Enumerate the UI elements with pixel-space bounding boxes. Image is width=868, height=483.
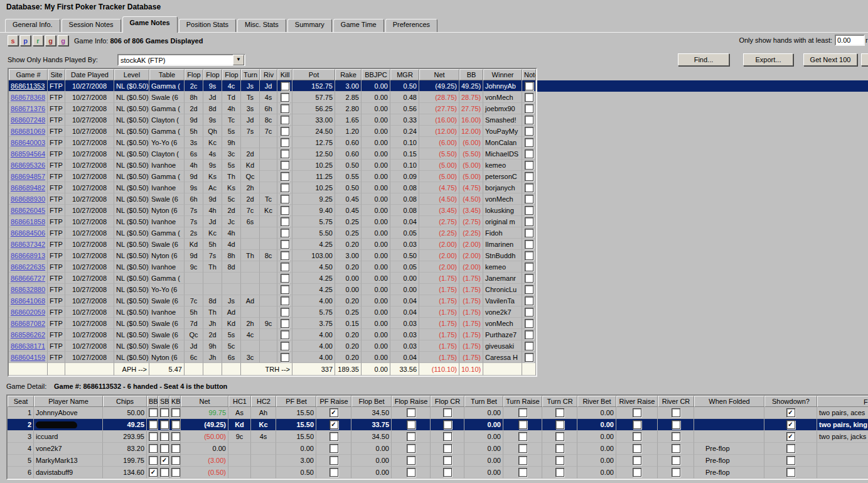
game-row[interactable]: 868607248FTP10/27/2008NL ($0.50)Clayton …: [9, 114, 536, 126]
col-header-sb[interactable]: SB: [158, 396, 169, 407]
kill-checkbox[interactable]: [281, 149, 289, 158]
kill-checkbox[interactable]: [281, 229, 289, 237]
pf_raise-checkbox[interactable]: ✓: [330, 408, 338, 417]
note-checkbox[interactable]: [525, 161, 533, 170]
note-checkbox[interactable]: [525, 116, 533, 124]
pf_raise-checkbox[interactable]: [330, 456, 338, 465]
flop_raise-checkbox[interactable]: [407, 408, 415, 417]
col-header-col[interactable]: [817, 396, 868, 407]
showdown-checkbox[interactable]: ✓: [786, 420, 795, 429]
tab-general-info[interactable]: General Info.: [5, 19, 60, 32]
flop_cr-checkbox[interactable]: [443, 468, 452, 477]
col-header-site[interactable]: Site: [48, 69, 65, 80]
game-row[interactable]: 868687082FTP10/27/2008NL ($0.50)Swale (6…: [9, 318, 536, 329]
game-row[interactable]: 868594564FTP10/27/2008NL ($0.50)Clayton …: [9, 148, 536, 160]
game-row[interactable]: 868668913FTP10/27/2008NL ($0.50)Nyton (6…: [9, 250, 536, 261]
kb-checkbox[interactable]: [171, 432, 180, 441]
game-row[interactable]: 868695326FTP10/27/2008NL ($0.50)Ivanhoe4…: [9, 160, 536, 171]
game-row[interactable]: 868604159FTP10/27/2008NL ($0.50)Nyton (6…: [9, 352, 536, 363]
col-header-chips[interactable]: Chips: [103, 396, 147, 407]
game-row[interactable]: 868622635FTP10/27/2008NL ($0.50)Ivanhoe9…: [9, 261, 536, 273]
note-checkbox[interactable]: [525, 308, 533, 317]
turn_raise-checkbox[interactable]: [518, 432, 527, 441]
note-checkbox[interactable]: [525, 251, 533, 260]
bb-checkbox[interactable]: ✓: [149, 468, 158, 477]
col-header-player-name[interactable]: Player Name: [34, 396, 103, 407]
game-row[interactable]: 868688930FTP10/27/2008NL ($0.50)Swale (6…: [9, 193, 536, 205]
flop_cr-checkbox[interactable]: [443, 408, 452, 417]
col-header-bb[interactable]: BB: [147, 396, 158, 407]
mini-button-g2[interactable]: g: [58, 35, 68, 46]
kill-checkbox[interactable]: [281, 104, 289, 113]
played-by-dropdown[interactable]: stockAK (FTP) ▼: [117, 54, 245, 66]
col-header-pf-raise[interactable]: PF Raise: [316, 396, 351, 407]
chevron-down-icon[interactable]: ▼: [233, 55, 244, 65]
note-checkbox[interactable]: [525, 104, 533, 113]
kill-checkbox[interactable]: [281, 353, 289, 362]
river_raise-checkbox[interactable]: [633, 408, 641, 417]
game-number-link[interactable]: 868602059: [11, 308, 45, 316]
col-header-kb[interactable]: KB: [169, 396, 181, 407]
game-number-link[interactable]: 868671376: [11, 105, 45, 112]
note-checkbox[interactable]: [525, 330, 533, 339]
kill-checkbox[interactable]: [281, 93, 289, 102]
river_cr-checkbox[interactable]: [672, 432, 680, 441]
partial-button[interactable]: [861, 53, 868, 66]
game-number-link[interactable]: 868661858: [11, 218, 45, 225]
game-row[interactable]: 868671376FTP10/27/2008NL ($0.50)Gamma (2…: [9, 103, 536, 114]
kill-checkbox[interactable]: [281, 217, 289, 226]
note-checkbox[interactable]: [525, 240, 533, 249]
kill-checkbox[interactable]: [281, 330, 289, 339]
col-header-mgr[interactable]: MGR: [390, 69, 419, 80]
river_raise-checkbox[interactable]: [633, 432, 641, 441]
col-header-river-cr[interactable]: River CR: [658, 396, 694, 407]
kill-checkbox[interactable]: [281, 240, 289, 249]
game-number-link[interactable]: 868594564: [11, 150, 45, 158]
col-header-when-folded[interactable]: When Folded: [694, 396, 764, 407]
col-header-flop-cr[interactable]: Flop CR: [431, 396, 464, 407]
note-checkbox[interactable]: [525, 195, 533, 204]
kill-checkbox[interactable]: [281, 319, 289, 328]
tab-session-notes[interactable]: Session Notes: [62, 19, 121, 32]
col-header-bbjpc[interactable]: BBJPC: [362, 69, 390, 80]
game-number-link[interactable]: 868607248: [11, 116, 45, 124]
mini-button-p[interactable]: p: [20, 35, 31, 46]
col-header-date-played[interactable]: Date Played: [65, 69, 114, 80]
bb-checkbox[interactable]: [149, 444, 158, 453]
flop_cr-checkbox[interactable]: [443, 432, 452, 441]
flop_raise-checkbox[interactable]: [407, 432, 415, 441]
turn_cr-checkbox[interactable]: [555, 468, 564, 477]
game-number-link[interactable]: 868626045: [11, 207, 45, 214]
game-row[interactable]: 868661858FTP10/27/2008NL ($0.50)Ivanhoe7…: [9, 216, 536, 227]
col-header-pf-bet[interactable]: PF Bet: [276, 396, 316, 407]
turn_raise-checkbox[interactable]: [518, 444, 527, 453]
col-header-note[interactable]: Note: [522, 69, 536, 80]
tab-misc-stats[interactable]: Misc. Stats: [237, 19, 286, 32]
kill-checkbox[interactable]: [281, 206, 289, 215]
sb-checkbox[interactable]: [160, 432, 169, 441]
river_cr-checkbox[interactable]: [672, 456, 680, 465]
game-number-link[interactable]: 868637342: [11, 241, 45, 248]
showdown-checkbox[interactable]: [786, 444, 795, 453]
showdown-checkbox[interactable]: ✓: [786, 408, 795, 417]
game-number-link[interactable]: 868678368: [11, 94, 45, 101]
kb-checkbox[interactable]: [171, 420, 180, 429]
player-row[interactable]: 4vone2k783.200.000.000.000.000.00Pre-flo…: [8, 443, 868, 455]
col-header-flop-bet[interactable]: Flop Bet: [351, 396, 392, 407]
turn_raise-checkbox[interactable]: [518, 420, 527, 429]
flop_raise-checkbox[interactable]: [407, 420, 415, 429]
game-row[interactable]: 868694857FTP10/27/2008NL ($0.50)Gamma (9…: [9, 171, 536, 182]
mini-button-g[interactable]: g: [45, 35, 56, 46]
game-number-link[interactable]: 868688930: [11, 195, 45, 203]
bb-checkbox[interactable]: [149, 408, 158, 417]
col-header-winner[interactable]: Winner: [483, 69, 522, 80]
showdown-checkbox[interactable]: [786, 456, 795, 465]
note-checkbox[interactable]: [525, 217, 533, 226]
kill-checkbox[interactable]: [281, 342, 289, 350]
game-row[interactable]: 868586262FTP10/27/2008NL ($0.50)Swale (6…: [9, 329, 536, 340]
river_raise-checkbox[interactable]: [633, 468, 641, 477]
col-header-net[interactable]: Net: [419, 69, 459, 80]
showdown-checkbox[interactable]: ✓: [786, 432, 795, 441]
game-row[interactable]: 868681069FTP10/27/2008NL ($0.50)Gamma (5…: [9, 126, 536, 137]
note-checkbox[interactable]: [525, 319, 533, 328]
